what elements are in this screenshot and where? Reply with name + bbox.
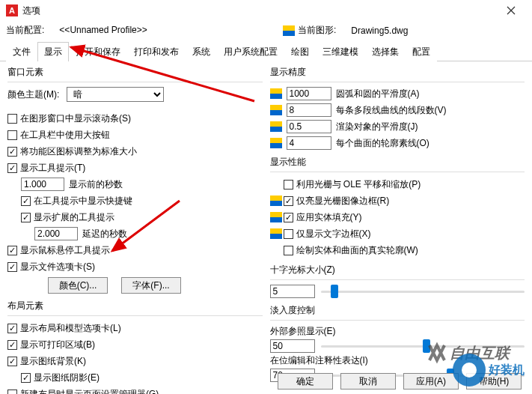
tab-open-save[interactable]: 打开和保存: [69, 42, 127, 61]
new-layout-pagesetup-checkbox[interactable]: [7, 390, 17, 395]
tab-draft[interactable]: 绘图: [284, 42, 316, 61]
polyline-segments-input[interactable]: [287, 103, 331, 117]
arc-smoothness-input[interactable]: [287, 87, 331, 100]
show-file-tabs-checkbox[interactable]: [7, 262, 17, 272]
app-icon: A: [6, 4, 18, 16]
true-silhouette-checkbox[interactable]: [284, 246, 293, 255]
precision-icon: [270, 105, 282, 115]
arc-smoothness-label: 圆弧和圆的平滑度(A): [336, 88, 420, 100]
render-smoothness-label: 渲染对象的平滑度(J): [336, 121, 418, 133]
tab-3d[interactable]: 三维建模: [316, 42, 365, 61]
xref-fade-label: 外部参照显示(E): [270, 325, 525, 338]
delay-seconds-input[interactable]: [34, 227, 78, 240]
highlight-frame-checkbox[interactable]: [284, 196, 293, 206]
tooltip-seconds-input[interactable]: [21, 178, 64, 191]
perf-icon: [270, 196, 282, 206]
show-layout-tabs-checkbox[interactable]: [7, 324, 17, 333]
tab-bar: 文件 显示 打开和保存 打印和发布 系统 用户系统配置 绘图 三维建模 选择集 …: [0, 41, 532, 61]
show-paper-shadow-checkbox[interactable]: [21, 373, 31, 383]
perf-icon: [270, 212, 282, 222]
resize-ribbon-checkbox[interactable]: [7, 147, 17, 157]
current-profile-label: 当前配置:: [6, 25, 44, 35]
tab-file[interactable]: 文件: [6, 42, 37, 61]
show-scrollbars-checkbox[interactable]: [7, 114, 17, 124]
show-shortcuts-label: 在工具提示中显示快捷键: [34, 195, 132, 207]
precision-icon: [270, 88, 282, 99]
precision-title: 显示精度: [270, 66, 525, 79]
show-tooltips-label: 显示工具提示(T): [20, 162, 85, 175]
drawing-icon: [283, 25, 295, 36]
show-scrollbars-label: 在图形窗口中显示滚动条(S): [20, 112, 131, 125]
delay-seconds-label: 延迟的秒数: [82, 228, 127, 240]
precision-icon: [270, 138, 282, 148]
color-theme-select[interactable]: 暗: [67, 87, 164, 102]
fade-title: 淡入度控制: [270, 304, 525, 317]
apply-button[interactable]: 应用(A): [403, 373, 459, 390]
show-shortcuts-checkbox[interactable]: [21, 196, 31, 206]
tooltip-seconds-label: 显示前的秒数: [69, 178, 123, 191]
show-paper-shadow-label: 显示图纸阴影(E): [34, 372, 100, 384]
precision-icon: [270, 121, 282, 132]
tab-system[interactable]: 系统: [186, 42, 217, 61]
window-elements-title: 窗口元素: [7, 66, 263, 79]
resize-ribbon-label: 将功能区图标调整为标准大小: [20, 145, 137, 158]
show-paper-bg-checkbox[interactable]: [7, 357, 17, 366]
perf-icon: [270, 228, 282, 239]
show-paper-bg-label: 显示图纸背景(K): [20, 355, 86, 368]
performance-title: 显示性能: [270, 156, 525, 169]
tab-print[interactable]: 打印和发布: [127, 42, 186, 61]
crosshair-slider[interactable]: [321, 291, 525, 293]
text-frame-checkbox[interactable]: [284, 229, 293, 239]
tab-selection[interactable]: 选择集: [365, 42, 406, 61]
window-title: 选项: [22, 4, 496, 17]
large-buttons-label: 在工具栏中使用大按钮: [20, 129, 110, 142]
tab-display[interactable]: 显示: [37, 42, 69, 61]
colors-button[interactable]: 颜色(C)...: [48, 277, 108, 294]
crosshair-value-input[interactable]: [270, 285, 315, 298]
show-printable-checkbox[interactable]: [7, 340, 17, 350]
inplace-fade-label: 在位编辑和注释性表达(I): [270, 354, 525, 367]
tab-user[interactable]: 用户系统配置: [217, 42, 284, 61]
xref-fade-slider[interactable]: [321, 345, 525, 348]
new-layout-pagesetup-label: 新建布局时显示页面设置管理器(G): [20, 388, 159, 395]
large-buttons-checkbox[interactable]: [7, 130, 17, 140]
pan-zoom-label: 利用光栅与 OLE 平移和缩放(P): [296, 178, 421, 191]
show-tooltips-checkbox[interactable]: [7, 163, 17, 173]
show-extended-label: 显示扩展的工具提示: [34, 211, 114, 224]
help-button[interactable]: 帮助(H): [466, 373, 522, 390]
render-smoothness-input[interactable]: [287, 120, 331, 133]
ok-button[interactable]: 确定: [278, 373, 333, 390]
show-rollover-checkbox[interactable]: [7, 246, 17, 255]
cancel-button[interactable]: 取消: [340, 373, 396, 390]
layout-elements-title: 布局元素: [7, 300, 263, 312]
highlight-frame-label: 仅亮显光栅图像边框(R): [296, 195, 390, 207]
polyline-segments-label: 每条多段线曲线的线段数(V): [336, 104, 447, 117]
current-drawing-label: 当前图形:: [298, 24, 336, 37]
tab-profiles[interactable]: 配置: [406, 42, 437, 61]
show-file-tabs-label: 显示文件选项卡(S): [20, 261, 95, 273]
crosshair-title: 十字光标大小(Z): [270, 264, 525, 276]
current-profile-value: <<Unnamed Profile>>: [59, 25, 147, 35]
surface-contour-label: 每个曲面的轮廓素线(O): [336, 137, 429, 150]
color-theme-label: 颜色主题(M):: [7, 88, 59, 101]
show-rollover-label: 显示鼠标悬停工具提示: [20, 244, 110, 257]
xref-fade-input[interactable]: [270, 339, 315, 353]
show-layout-tabs-label: 显示布局和模型选项卡(L): [20, 322, 121, 335]
show-extended-checkbox[interactable]: [21, 213, 31, 222]
current-drawing-value: Drawing5.dwg: [351, 25, 408, 36]
solid-fill-checkbox[interactable]: [284, 213, 293, 222]
surface-contour-input[interactable]: [287, 136, 331, 150]
close-button[interactable]: [496, 1, 526, 19]
pan-zoom-checkbox[interactable]: [284, 180, 293, 190]
text-frame-label: 仅显示文字边框(X): [296, 228, 371, 240]
true-silhouette-label: 绘制实体和曲面的真实轮廓(W): [296, 244, 418, 257]
show-printable-label: 显示可打印区域(B): [20, 339, 95, 351]
solid-fill-label: 应用实体填充(Y): [296, 211, 362, 224]
fonts-button[interactable]: 字体(F)...: [121, 277, 181, 294]
